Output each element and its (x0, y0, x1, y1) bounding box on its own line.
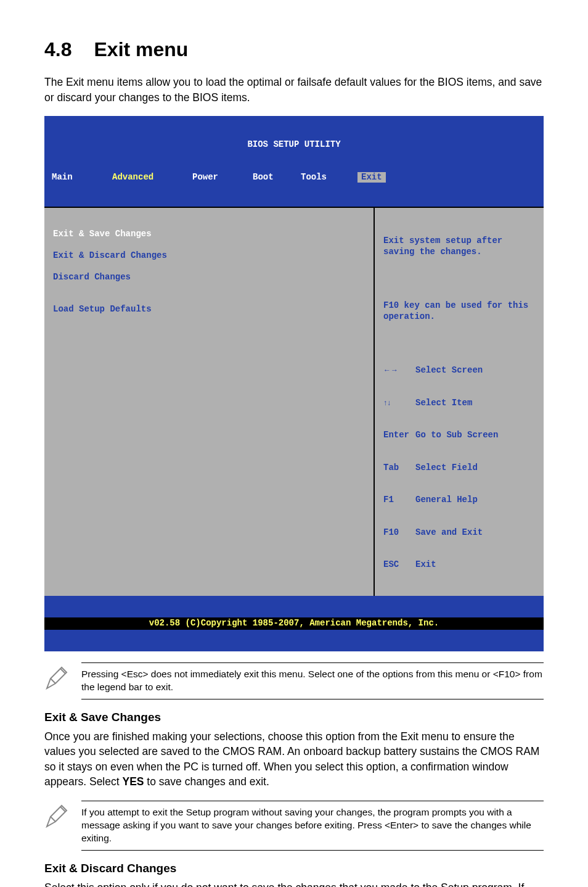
bios-item-exit-discard: Exit & Discard Changes (53, 250, 365, 262)
bios-nav-row: ←→Select Screen (383, 365, 537, 376)
bios-nav-key: Enter (383, 430, 415, 441)
text-segment: Once you are finished making your select… (44, 730, 539, 788)
svg-line-4 (51, 817, 55, 822)
note-esc: Pressing <Esc> does not immediately exit… (44, 662, 544, 699)
bios-tab-exit: Exit (357, 172, 386, 183)
svg-marker-3 (47, 806, 67, 827)
note-unsaved: If you attempt to exit the Setup program… (44, 801, 544, 851)
note-text: Pressing <Esc> does not immediately exit… (81, 662, 544, 699)
bios-menubar: Main Advanced Power Boot Tools Exit (44, 172, 544, 186)
bios-nav-label: General Help (415, 495, 478, 505)
bios-tab-power: Power (192, 172, 253, 183)
bios-tab-tools: Tools (301, 172, 357, 183)
bios-nav-row: ↑↓Select Item (383, 398, 537, 409)
bios-title: BIOS SETUP UTILITY (44, 138, 544, 151)
note-text: If you attempt to exit the Setup program… (81, 801, 544, 851)
bios-nav-key: F10 (383, 527, 415, 538)
bios-help-line: F10 key can be used for this operation. (383, 300, 537, 322)
bios-nav-label: Select Item (415, 398, 472, 408)
bios-help-line: Exit system setup after saving the chang… (383, 236, 537, 257)
arrows-ud-icon: ↑↓ (383, 398, 415, 408)
bios-tab-boot: Boot (253, 172, 301, 183)
bios-nav-label: Exit (415, 559, 436, 569)
pencil-icon (44, 662, 81, 691)
bios-nav-label: Select Screen (415, 365, 483, 375)
section-number: 4.8 (44, 38, 71, 61)
heading-exit-discard: Exit & Discard Changes (44, 862, 544, 875)
svg-marker-0 (47, 667, 67, 688)
heading-exit-save: Exit & Save Changes (44, 711, 544, 724)
section-title-text: Exit menu (94, 38, 188, 60)
bios-nav-row: F10Save and Exit (383, 527, 537, 538)
bios-nav-row: EnterGo to Sub Screen (383, 430, 537, 441)
bios-left-pane: Exit & Save Changes Exit & Discard Chang… (44, 208, 375, 596)
para-exit-discard: Select this option only if you do not wa… (44, 880, 544, 887)
arrows-lr-icon: ←→ (383, 366, 415, 375)
para-exit-save: Once you are finished making your select… (44, 729, 544, 790)
bios-screenshot: BIOS SETUP UTILITY Main Advanced Power B… (44, 116, 544, 651)
bios-tab-advanced: Advanced (112, 172, 192, 183)
bios-nav-row: TabSelect Field (383, 463, 537, 474)
bios-nav-label: Select Field (415, 463, 478, 472)
pencil-icon (44, 801, 81, 829)
bios-nav-key: F1 (383, 495, 415, 506)
page-title: 4.8Exit menu (44, 38, 544, 61)
bios-help-text: Exit system setup after saving the chang… (383, 214, 537, 344)
bios-nav-label: Save and Exit (415, 527, 483, 537)
bios-tab-main: Main (52, 172, 112, 183)
text-segment: to save changes and exit. (144, 775, 269, 788)
bios-nav-row: F1General Help (383, 495, 537, 506)
intro-paragraph: The Exit menu items allow you to load th… (44, 75, 544, 105)
bios-item-load-defaults: Load Setup Defaults (53, 304, 365, 315)
svg-line-1 (51, 679, 55, 683)
bios-nav-label: Go to Sub Screen (415, 430, 498, 440)
bios-item-exit-save: Exit & Save Changes (53, 229, 365, 240)
bios-right-pane: Exit system setup after saving the chang… (375, 208, 544, 596)
bios-nav-keys: ←→Select Screen ↑↓Select Item EnterGo to… (383, 344, 537, 592)
bios-footer: v02.58 (C)Copyright 1985-2007, American … (44, 617, 544, 630)
bios-nav-row: ESCExit (383, 559, 537, 571)
bios-nav-key: ESC (383, 559, 415, 571)
bios-nav-key: Tab (383, 463, 415, 474)
text-yes: YES (122, 775, 144, 788)
bios-item-discard: Discard Changes (53, 272, 365, 283)
